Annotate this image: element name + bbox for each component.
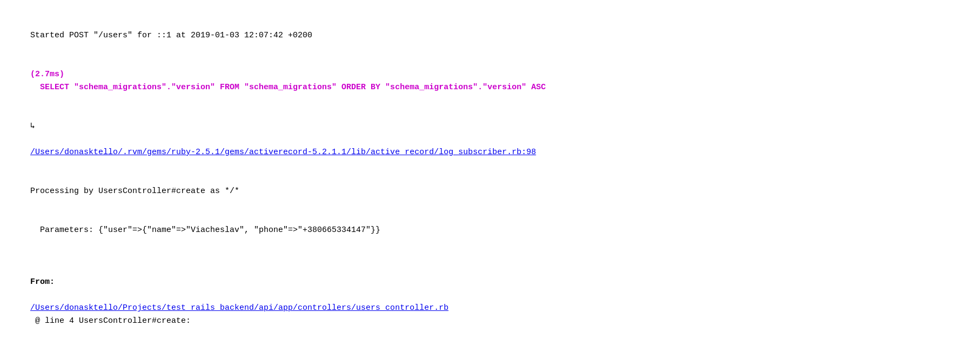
log-subscriber-link[interactable]: /Users/donasktello/.rvm/gems/ruby-2.5.1/…: [30, 148, 536, 157]
line-sql: (2.7ms) SELECT "schema_migrations"."vers…: [11, 55, 969, 107]
processing-text: Processing by UsersController#create as …: [30, 187, 239, 196]
blank-line-1: [11, 250, 969, 263]
line-parameters: Parameters: {"user"=>{"name"=>"Viachesla…: [11, 211, 969, 250]
line-processing: Processing by UsersController#create as …: [11, 172, 969, 211]
sql-timing: (2.7ms): [30, 70, 64, 79]
from-rest: @ line 4 UsersController#create:: [30, 316, 191, 326]
line-started-post: Started POST "/users" for ::1 at 2019-01…: [11, 16, 969, 55]
blank-line-2: [11, 341, 969, 345]
from-label: From:: [30, 277, 55, 287]
console-output: Started POST "/users" for ::1 at 2019-01…: [11, 11, 969, 345]
parameters-text: Parameters: {"user"=>{"name"=>"Viachesla…: [30, 225, 380, 235]
started-post-text: Started POST "/users" for ::1 at 2019-01…: [30, 31, 312, 40]
sql-query: SELECT "schema_migrations"."version" FRO…: [30, 83, 546, 92]
controller-file-link[interactable]: /Users/donasktello/Projects/test_rails_b…: [30, 303, 448, 313]
line-file-link: ↳ /Users/donasktello/.rvm/gems/ruby-2.5.…: [11, 107, 969, 172]
line-from: From: /Users/donasktello/Projects/test_r…: [11, 263, 969, 341]
arrow-symbol: ↳: [30, 122, 35, 131]
